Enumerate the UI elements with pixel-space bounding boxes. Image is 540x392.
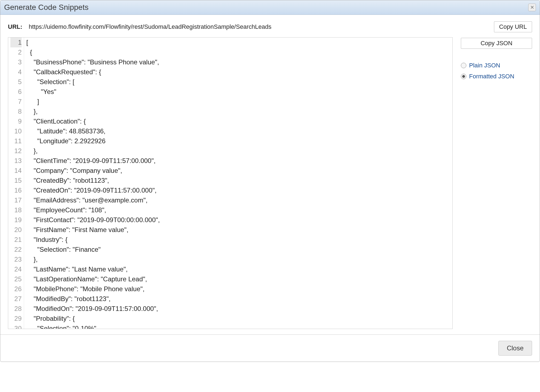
copy-json-button[interactable]: Copy JSON (461, 38, 532, 49)
code-line: ] (26, 97, 160, 107)
code-line: "ModifiedBy": "robot1123", (26, 294, 160, 304)
code-line: }, (26, 146, 160, 156)
line-number: 15 (10, 176, 22, 185)
code-panel[interactable]: 1234567891011121314151617181920212223242… (8, 37, 453, 329)
line-number: 22 (10, 245, 22, 254)
line-number: 28 (10, 304, 22, 314)
code-line: "FirstName": "First Name value", (26, 225, 160, 235)
side-column: Copy JSON Plain JSONFormatted JSON (461, 37, 532, 80)
url-row: URL: https://uidemo.flowfinity.com/Flowf… (0, 15, 540, 37)
url-value: https://uidemo.flowfinity.com/Flowfinity… (29, 23, 271, 30)
code-line: }, (26, 254, 160, 264)
line-number: 17 (10, 195, 22, 205)
format-radio-plain-json[interactable]: Plain JSON (461, 62, 532, 69)
line-number: 24 (10, 264, 22, 274)
code-line: "EmployeeCount": "108", (26, 205, 160, 215)
line-number: 8 (10, 107, 22, 116)
line-number: 2 (10, 47, 22, 57)
code-line: "Yes" (26, 87, 160, 97)
code-line: "BusinessPhone": "Business Phone value", (26, 57, 160, 67)
close-button[interactable]: Close (498, 341, 532, 356)
code-line: "FirstContact": "2019-09-09T00:00:00.000… (26, 215, 160, 225)
code-line: "MobilePhone": "Mobile Phone value", (26, 284, 160, 294)
code-line: "Longitude": 2.2922926 (26, 136, 160, 146)
code-line: "Company": "Company value", (26, 166, 160, 176)
code-line: "ModifiedOn": "2019-09-09T11:57:00.000", (26, 304, 160, 314)
copy-url-button[interactable]: Copy URL (494, 21, 532, 32)
line-number: 27 (10, 294, 22, 304)
close-icon[interactable]: ✕ (528, 4, 536, 11)
code-line: { (26, 47, 160, 57)
line-number: 9 (10, 116, 22, 126)
line-number: 19 (10, 215, 22, 225)
content-row: 1234567891011121314151617181920212223242… (0, 37, 540, 332)
generate-code-dialog: Generate Code Snippets ✕ URL: https://ui… (0, 0, 540, 362)
code-line: "Industry": { (26, 235, 160, 245)
code-line: "Selection": "0-10%" (26, 324, 160, 329)
radio-icon (461, 63, 466, 68)
line-number: 13 (10, 156, 22, 166)
line-number: 14 (10, 166, 22, 176)
line-number: 20 (10, 225, 22, 235)
code-line: "Probability": { (26, 314, 160, 324)
titlebar: Generate Code Snippets ✕ (0, 0, 540, 15)
code-area[interactable]: [ { "BusinessPhone": "Business Phone val… (24, 38, 162, 329)
url-label: URL: (8, 23, 24, 30)
line-number-gutter: 1234567891011121314151617181920212223242… (8, 38, 24, 329)
line-number: 10 (10, 126, 22, 136)
code-line: "ClientTime": "2019-09-09T11:57:00.000", (26, 156, 160, 166)
format-radio-group: Plain JSONFormatted JSON (461, 62, 532, 80)
line-number: 16 (10, 185, 22, 195)
line-number: 5 (10, 77, 22, 87)
line-number: 3 (10, 57, 22, 67)
dialog-title: Generate Code Snippets (4, 3, 88, 12)
dialog-footer: Close (0, 334, 540, 362)
line-number: 12 (10, 146, 22, 156)
code-line: }, (26, 107, 160, 116)
line-number: 11 (10, 136, 22, 146)
line-number: 25 (10, 274, 22, 284)
code-line: "CallbackRequested": { (26, 67, 160, 77)
code-line: "Selection": "Finance" (26, 245, 160, 254)
line-number: 4 (10, 67, 22, 77)
code-line: "ClientLocation": { (26, 116, 160, 126)
radio-label: Formatted JSON (469, 73, 514, 80)
code-line: "CreatedOn": "2019-09-09T11:57:00.000", (26, 185, 160, 195)
line-number: 6 (10, 87, 22, 97)
line-number: 29 (10, 314, 22, 324)
line-number: 1 (10, 38, 22, 47)
radio-label: Plain JSON (469, 62, 500, 69)
radio-icon (461, 74, 466, 79)
code-line: "EmailAddress": "user@example.com", (26, 195, 160, 205)
code-line: "LastName": "Last Name value", (26, 264, 160, 274)
code-line: "Selection": [ (26, 77, 160, 87)
format-radio-formatted-json[interactable]: Formatted JSON (461, 73, 532, 80)
line-number: 7 (10, 97, 22, 107)
code-line: "LastOperationName": "Capture Lead", (26, 274, 160, 284)
code-line: "CreatedBy": "robot1123", (26, 176, 160, 185)
code-line: "Latitude": 48.8583736, (26, 126, 160, 136)
line-number: 21 (10, 235, 22, 245)
line-number: 30 (10, 324, 22, 329)
line-number: 23 (10, 254, 22, 264)
line-number: 26 (10, 284, 22, 294)
code-line: [ (26, 38, 160, 47)
line-number: 18 (10, 205, 22, 215)
